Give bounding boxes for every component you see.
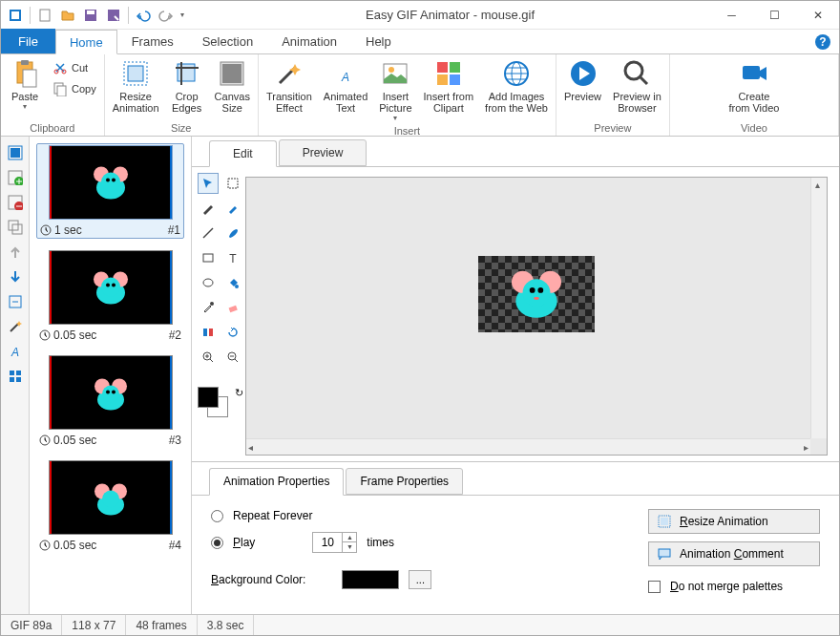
save-as-icon[interactable] [103, 5, 124, 26]
scrollbar-vertical[interactable]: ▴ [810, 178, 827, 438]
play-option[interactable]: Play [211, 536, 255, 549]
move-down-icon[interactable] [5, 266, 26, 287]
swap-colors-icon[interactable]: ↻ [235, 387, 243, 399]
svg-rect-9 [21, 60, 29, 65]
scissors-icon [52, 60, 68, 75]
remove-frame-icon[interactable] [5, 192, 26, 213]
svg-point-76 [235, 285, 239, 288]
rect-tool[interactable] [198, 247, 219, 268]
play-icon [568, 58, 598, 89]
ribbon-tabs: File Home Frames Selection Animation Hel… [1, 30, 839, 54]
undo-icon[interactable] [133, 5, 154, 26]
svg-point-87 [534, 297, 539, 300]
pointer-tool[interactable] [198, 173, 219, 194]
cut-button[interactable]: Cut [49, 58, 100, 77]
play-times-input[interactable]: ▲▼ [312, 532, 357, 553]
text-tool-icon[interactable]: A [5, 341, 26, 362]
resize-animation-button[interactable]: ResizeAnimation [109, 56, 163, 116]
transition-effect-button[interactable]: TransitionEffect [262, 56, 316, 116]
svg-text:T: T [229, 252, 237, 265]
bgcolor-label: Background Color: [211, 573, 305, 586]
frames-panel[interactable]: 1 sec#1 0.05 sec#2 0.05 sec#3 0.05 sec#4 [30, 137, 192, 614]
zoom-out-tool[interactable] [222, 347, 243, 368]
frame-item[interactable]: 0.05 sec#2 [37, 250, 183, 342]
crop-edges-button[interactable]: CropEdges [167, 56, 207, 116]
flip-tool[interactable] [198, 322, 219, 343]
text-tool-ed[interactable]: T [222, 247, 243, 268]
scrollbar-horizontal[interactable]: ◂▸ [246, 438, 810, 455]
svg-point-64 [106, 391, 110, 394]
animation-properties-tab[interactable]: Animation Properties [209, 468, 344, 496]
app-icon[interactable] [5, 5, 26, 26]
paste-button[interactable]: Paste ▾ [5, 56, 45, 113]
frame-item[interactable]: 0.05 sec#3 [37, 355, 183, 447]
fill-tool[interactable] [222, 272, 243, 293]
foreground-color[interactable] [198, 387, 219, 408]
grid-tool-icon[interactable] [5, 366, 26, 387]
frame-item[interactable]: 1 sec#1 [36, 143, 184, 239]
selection-tab[interactable]: Selection [188, 29, 267, 53]
frame-item[interactable]: 0.05 sec#4 [37, 460, 183, 552]
insert-clipart-button[interactable]: Insert fromClipart [420, 56, 478, 116]
insert-picture-button[interactable]: InsertPicture▾ [375, 56, 415, 124]
svg-point-65 [112, 391, 116, 394]
file-tab[interactable]: File [1, 29, 55, 53]
brush-tool[interactable] [222, 198, 243, 219]
open-icon[interactable] [57, 5, 78, 26]
svg-rect-38 [9, 221, 18, 230]
close-button[interactable]: ✕ [796, 1, 839, 30]
paint-brush-tool[interactable] [222, 223, 243, 244]
spin-down-icon[interactable]: ▼ [343, 542, 356, 552]
svg-point-58 [112, 284, 116, 287]
status-bar: GIF 89a 118 x 77 48 frames 3.8 sec [1, 614, 839, 635]
save-icon[interactable] [80, 5, 101, 26]
preview-button[interactable]: Preview [560, 56, 605, 104]
animation-comment-action[interactable]: Animation Comment [648, 541, 820, 566]
wand-tool-icon[interactable] [5, 316, 26, 337]
preview-tab[interactable]: Preview [279, 139, 368, 166]
move-up-icon[interactable] [5, 242, 26, 263]
minimize-button[interactable]: ─ [710, 1, 753, 30]
line-tool[interactable] [198, 223, 219, 244]
help-icon[interactable]: ? [814, 33, 831, 51]
svg-rect-44 [10, 377, 14, 382]
frame-properties-tab[interactable]: Frame Properties [346, 468, 463, 495]
animation-tab[interactable]: Animation [267, 29, 351, 53]
edit-tab[interactable]: Edit [209, 140, 277, 167]
preview-browser-button[interactable]: Preview inBrowser [609, 56, 665, 116]
zoom-in-tool[interactable] [198, 347, 219, 368]
copy-button[interactable]: Copy [49, 79, 100, 98]
ellipse-tool[interactable] [198, 272, 219, 293]
animated-text-button[interactable]: AAnimatedText [320, 56, 371, 116]
add-frame-icon[interactable] [5, 167, 26, 188]
new-icon[interactable] [34, 5, 55, 26]
eyedropper-tool[interactable] [198, 297, 219, 318]
globe-icon [501, 58, 532, 89]
resize-animation-action[interactable]: Resize Animation [648, 509, 820, 534]
canvas-size-button[interactable]: CanvasSize [211, 56, 254, 116]
create-from-video-button[interactable]: Createfrom Video [724, 56, 783, 116]
qat-dropdown-icon[interactable]: ▾ [178, 11, 186, 19]
nomerge-checkbox[interactable]: Do not merge palettes [648, 580, 820, 593]
svg-rect-17 [178, 64, 195, 81]
help-tab[interactable]: Help [351, 29, 406, 53]
redo-icon[interactable] [156, 5, 177, 26]
add-images-web-button[interactable]: Add Imagesfrom the Web [481, 56, 552, 116]
duplicate-frame-icon[interactable] [5, 217, 26, 238]
frames-tool-1[interactable] [5, 142, 26, 163]
frames-tab[interactable]: Frames [117, 29, 188, 53]
marquee-tool[interactable] [222, 173, 243, 194]
tool-a-icon[interactable] [5, 291, 26, 312]
svg-rect-1 [11, 11, 19, 19]
spin-up-icon[interactable]: ▲ [343, 533, 356, 542]
canvas[interactable]: ▴ ◂▸ [245, 177, 828, 456]
bgcolor-picker-button[interactable]: ... [409, 570, 431, 589]
pencil-tool[interactable] [198, 198, 219, 219]
bgcolor-swatch[interactable] [342, 570, 399, 589]
home-tab[interactable]: Home [55, 30, 117, 54]
eraser-tool[interactable] [222, 297, 243, 318]
maximize-button[interactable]: ☐ [753, 1, 796, 30]
repeat-forever-option[interactable]: Repeat Forever [211, 509, 431, 522]
paste-icon [10, 58, 40, 89]
rotate-tool[interactable] [222, 322, 243, 343]
